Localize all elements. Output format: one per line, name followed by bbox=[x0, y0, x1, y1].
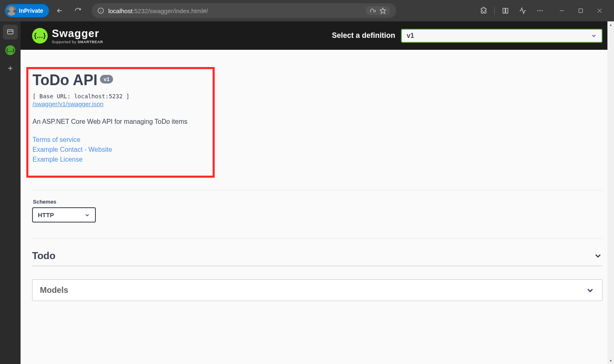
profile-avatar-icon bbox=[7, 6, 16, 16]
chevron-down-icon bbox=[591, 33, 597, 39]
refresh-button[interactable] bbox=[70, 3, 85, 18]
site-info-icon[interactable] bbox=[97, 7, 104, 14]
definition-select[interactable]: v1 bbox=[401, 29, 602, 43]
definition-label: Select a definition bbox=[332, 31, 395, 40]
models-title: Models bbox=[40, 285, 68, 295]
back-button[interactable] bbox=[52, 3, 67, 18]
scheme-select[interactable]: HTTP bbox=[32, 207, 96, 223]
contact-link[interactable]: Example Contact - Website bbox=[32, 146, 209, 153]
extensions-icon[interactable] bbox=[475, 3, 492, 18]
browser-titlebar: InPrivate localhost:5232/swagger/index.h… bbox=[0, 0, 614, 21]
scheme-selected-value: HTTP bbox=[38, 211, 54, 218]
tag-name: Todo bbox=[32, 250, 56, 262]
swagger-logo-icon: {…} bbox=[32, 28, 48, 44]
svg-rect-10 bbox=[579, 9, 583, 13]
inprivate-label: InPrivate bbox=[19, 7, 43, 14]
inprivate-badge[interactable]: InPrivate bbox=[5, 4, 49, 17]
base-url-label: [ Base URL: localhost:5232 ] bbox=[32, 93, 209, 100]
swagger-brand[interactable]: {…} Swagger Supported by SMARTBEAR bbox=[32, 27, 103, 44]
page-viewport: ▲ ▼ {…} Swagger Supported by SMARTBEAR S… bbox=[21, 21, 614, 364]
license-link[interactable]: Example License bbox=[32, 156, 209, 163]
chevron-down-icon bbox=[593, 251, 602, 260]
window-minimize-button[interactable] bbox=[552, 3, 571, 18]
svg-marker-3 bbox=[380, 8, 385, 13]
section-divider bbox=[32, 238, 602, 239]
tab-swagger[interactable]: {…} bbox=[3, 43, 18, 58]
toolbar-divider bbox=[494, 7, 495, 15]
spec-json-link[interactable]: /swagger/v1/swagger.json bbox=[32, 100, 209, 107]
swagger-favicon-icon: {…} bbox=[5, 45, 15, 55]
svg-point-7 bbox=[540, 10, 540, 11]
api-description: An ASP.NET Core Web API for managing ToD… bbox=[32, 118, 209, 125]
svg-rect-4 bbox=[503, 8, 505, 13]
api-title: ToDo API bbox=[32, 72, 97, 89]
tag-section-todo[interactable]: Todo bbox=[32, 250, 602, 266]
svg-rect-13 bbox=[7, 30, 13, 34]
url-text: localhost:5232/swagger/index.html#/ bbox=[108, 7, 208, 14]
window-maximize-button[interactable] bbox=[571, 3, 590, 18]
vertical-tab-rail: {…} bbox=[0, 21, 21, 364]
collections-icon[interactable] bbox=[497, 3, 514, 18]
address-bar[interactable]: localhost:5232/swagger/index.html#/ bbox=[92, 3, 396, 18]
read-aloud-icon[interactable] bbox=[370, 7, 376, 14]
schemes-label: Schemes bbox=[33, 199, 602, 205]
swagger-brand-subtitle: Supported by SMARTBEAR bbox=[52, 40, 103, 44]
performance-icon[interactable] bbox=[514, 3, 531, 18]
terms-of-service-link[interactable]: Terms of service bbox=[32, 136, 209, 144]
window-close-button[interactable] bbox=[590, 3, 609, 18]
api-version-badge: v1 bbox=[100, 75, 113, 83]
svg-rect-5 bbox=[506, 8, 508, 13]
svg-point-8 bbox=[542, 10, 542, 11]
favorite-star-icon[interactable] bbox=[380, 7, 386, 14]
more-menu-icon[interactable] bbox=[532, 3, 548, 18]
tab-manager-button[interactable] bbox=[3, 25, 18, 39]
api-info-highlight: ToDo API v1 [ Base URL: localhost:5232 ]… bbox=[26, 67, 215, 178]
swagger-topbar: {…} Swagger Supported by SMARTBEAR Selec… bbox=[21, 21, 614, 50]
chevron-down-icon bbox=[586, 286, 595, 295]
swagger-brand-title: Swagger bbox=[52, 27, 103, 40]
new-tab-button[interactable] bbox=[3, 61, 18, 76]
scroll-up-icon[interactable]: ▲ bbox=[607, 21, 614, 28]
scroll-down-icon[interactable]: ▼ bbox=[607, 357, 614, 364]
scrollbar[interactable]: ▲ ▼ bbox=[607, 21, 614, 364]
chevron-down-icon bbox=[84, 212, 90, 218]
models-section[interactable]: Models bbox=[32, 279, 602, 301]
definition-selected-value: v1 bbox=[407, 32, 414, 39]
schemes-section: Schemes HTTP bbox=[32, 190, 602, 231]
svg-point-6 bbox=[538, 10, 538, 11]
